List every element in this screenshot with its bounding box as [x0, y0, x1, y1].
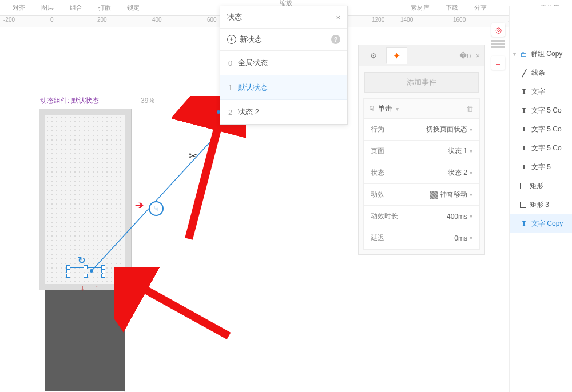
state-row-default[interactable]: 1 默认状态 [220, 75, 347, 100]
anim-thumb-icon [430, 191, 438, 199]
layer-group[interactable]: ▾ 🗀 群组 Copy [510, 45, 572, 63]
prop-behavior[interactable]: 行为 切换页面状态▾ [364, 119, 479, 141]
red-arrow-icon: ➔ [135, 199, 144, 211]
text-icon: T [520, 87, 528, 96]
text-icon: T [520, 219, 528, 228]
layer-text-5b[interactable]: T 文字 5 Co [510, 120, 572, 139]
event-block: ☟ 单击 ▾ 🗑 行为 切换页面状态▾ 页面 状态 1▾ 状态 状态 2▾ 动效… [363, 98, 480, 250]
prop-duration[interactable]: 动效时长 400ms▾ [364, 206, 479, 227]
target-icon[interactable]: ◎ [491, 23, 505, 37]
tool-scatter[interactable]: 打散 [98, 0, 111, 12]
text-icon: T [520, 106, 528, 115]
text-icon: T [520, 144, 528, 153]
tool-group[interactable]: 组合 [70, 0, 82, 12]
tab-interactions[interactable]: ✦ [386, 47, 407, 64]
resize-up-icon: ↑ [95, 283, 99, 292]
layer-text-5[interactable]: T 文字 5 [510, 158, 572, 177]
tap-icon: ☟ [370, 105, 374, 113]
prop-animation[interactable]: 动效 神奇移动▾ [364, 184, 479, 206]
svg-point-1 [90, 269, 93, 273]
prop-delay[interactable]: 延迟 0ms▾ [364, 227, 479, 249]
tool-lock[interactable]: 锁定 [127, 0, 140, 12]
layer-line[interactable]: ╱ 线条 [510, 63, 572, 82]
layer-rect-3[interactable]: 矩形 3 [510, 195, 572, 214]
layer-rect[interactable]: 矩形 [510, 177, 572, 195]
plus-circle-icon[interactable]: + [227, 35, 236, 44]
prop-state[interactable]: 状态 状态 2▾ [364, 162, 479, 184]
resize-down-icon: ↓ [81, 283, 85, 292]
chevron-down-icon[interactable]: ▾ [513, 51, 516, 57]
states-panel: 状态 × + 新状态 ? 0 全局状态 1 默认状态 2 状态 2 [220, 6, 348, 125]
prop-page[interactable]: 页面 状态 1▾ [364, 141, 479, 162]
trigger-label[interactable]: 单击 [378, 103, 392, 114]
interaction-connector [0, 27, 229, 313]
rect-icon [520, 183, 526, 189]
states-title: 状态 [227, 12, 242, 22]
panel-close-icon[interactable]: × [475, 51, 480, 60]
anchor-icon[interactable]: �υ [459, 51, 471, 60]
add-event-button[interactable]: 添加事件 [364, 72, 479, 93]
layer-text-copy[interactable]: T 文字 Copy [510, 214, 572, 233]
link-dot-icon [217, 110, 220, 114]
svg-line-0 [92, 129, 222, 271]
folder-icon: 🗀 [521, 50, 527, 58]
chevron-down-icon[interactable]: ▾ [396, 106, 399, 112]
state-row-global[interactable]: 0 全局状态 [220, 51, 347, 75]
layer-text[interactable]: T 文字 [510, 82, 572, 101]
tool-layers[interactable]: 图层 [41, 0, 54, 12]
rect-icon [520, 202, 526, 208]
tool-download[interactable]: 下载 [446, 0, 458, 12]
text-icon: T [520, 163, 528, 171]
new-state-label[interactable]: 新状态 [240, 34, 262, 45]
tab-settings-gear[interactable]: ⚙ [363, 48, 384, 63]
interaction-panel: ⚙ ✦ �υ × 添加事件 ☟ 单击 ▾ 🗑 行为 切换页面状态▾ 页面 状态 … [358, 45, 485, 255]
sliders-icon[interactable]: ≡ [491, 56, 505, 70]
layer-text-5c[interactable]: T 文字 5 Co [510, 139, 572, 158]
text-icon: T [520, 125, 528, 134]
state-row-2[interactable]: 2 状态 2 [220, 100, 347, 124]
drag-handle-icon[interactable] [491, 40, 505, 48]
tool-align[interactable]: 对齐 [13, 0, 25, 12]
scissors-icon[interactable]: ✂ [189, 150, 197, 162]
layer-text-5a[interactable]: T 文字 5 Co [510, 101, 572, 120]
help-icon[interactable]: ? [331, 35, 340, 44]
line-icon: ╱ [520, 69, 528, 77]
layers-panel: ◎ ≡ ▾ 🗀 群组 Copy ╱ 线条 T 文字 T 文字 5 Co T 文字… [509, 6, 572, 392]
trash-icon[interactable]: 🗑 [466, 105, 474, 113]
tool-assets[interactable]: 素材库 [411, 0, 430, 12]
tool-share[interactable]: 分享 [474, 0, 487, 12]
touch-badge-icon[interactable]: ☟ [149, 201, 164, 216]
states-close-icon[interactable]: × [336, 13, 340, 22]
